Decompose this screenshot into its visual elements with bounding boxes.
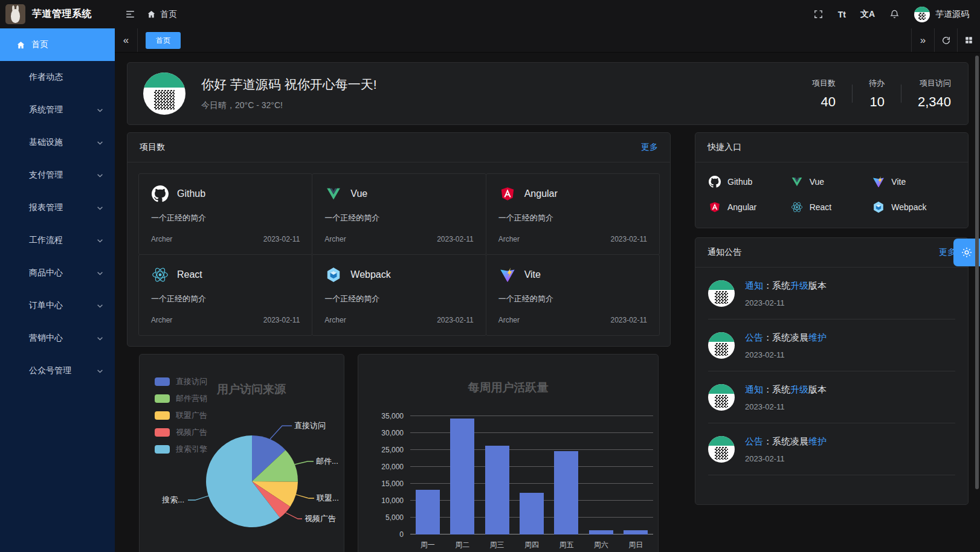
notice-keyword[interactable]: 升级 <box>790 280 808 290</box>
sidebar-item[interactable]: 公众号管理 <box>0 355 115 387</box>
project-footer: Archer2023-02-11 <box>324 235 473 243</box>
project-card[interactable]: Vite一个正经的简介Archer2023-02-11 <box>486 254 660 336</box>
notice-keyword[interactable]: 维护 <box>808 436 827 446</box>
fullscreen-icon[interactable] <box>813 9 824 19</box>
breadcrumb-label: 首页 <box>160 9 177 20</box>
tabs-menu-icon[interactable] <box>957 28 980 52</box>
notice-keyword[interactable]: 维护 <box>808 332 827 342</box>
bar-slot <box>445 416 479 534</box>
bar[interactable] <box>520 493 544 534</box>
project-card[interactable]: Webpack一个正经的简介Archer2023-02-11 <box>312 254 486 336</box>
project-card-header: React <box>151 266 300 284</box>
pie-chart-card: 用户访问来源 直接访问邮件营销联盟广告视频广告搜索引擎 直接访问邮件...联盟.… <box>139 354 344 552</box>
notice-texts: 通知：系统升级版本2023-02-11 <box>745 280 827 307</box>
sidebar-collapse-icon[interactable] <box>124 8 136 20</box>
notice-item[interactable]: 通知：系统升级版本2023-02-11 <box>708 371 955 423</box>
sidebar-item[interactable]: 报表管理 <box>0 191 115 224</box>
bar-chart-title: 每周用户活跃量 <box>358 380 658 396</box>
sidebar-item[interactable]: 工作流程 <box>0 224 115 257</box>
user-menu[interactable]: 芋道源码 <box>914 7 969 22</box>
project-card[interactable]: Github一个正经的简介Archer2023-02-11 <box>138 173 312 255</box>
bar[interactable] <box>624 530 648 534</box>
project-author: Archer <box>324 235 346 243</box>
project-footer: Archer2023-02-11 <box>498 235 647 243</box>
chevron-down-icon <box>96 367 104 375</box>
tabs-scroll-left-icon[interactable]: « <box>115 28 138 52</box>
notice-item[interactable]: 公告：系统凌晨维护2023-02-11 <box>708 319 955 371</box>
chevron-down-icon <box>96 237 104 245</box>
page-scrollbar[interactable] <box>975 56 979 489</box>
shortcut-link[interactable]: Webpack <box>872 201 955 213</box>
notice-keyword[interactable]: 公告 <box>745 332 763 342</box>
pie-slice-label: 直接访问 <box>294 420 326 431</box>
sidebar-item-label: 系统管理 <box>29 104 63 115</box>
bar-slot <box>514 416 549 534</box>
projects-more-link[interactable]: 更多 <box>641 142 658 153</box>
notice-keyword[interactable]: 升级 <box>790 384 808 394</box>
legend-item[interactable]: 搜索引擎 <box>155 444 207 455</box>
notice-keyword[interactable]: 通知 <box>745 280 763 290</box>
bell-icon[interactable] <box>889 9 900 19</box>
notice-keyword[interactable]: 通知 <box>745 384 763 394</box>
font-size-icon[interactable]: Tt <box>838 10 846 19</box>
logo-zone[interactable]: 芋道管理系统 <box>0 4 115 24</box>
sidebar-item[interactable]: 营销中心 <box>0 322 115 355</box>
project-card-header: Webpack <box>324 266 473 284</box>
sidebar-item[interactable]: 首页 <box>0 28 115 61</box>
bar-chart[interactable]: 05,00010,00015,00020,00025,00030,00035,0… <box>410 416 653 534</box>
right-column: 快捷入口 GithubVueViteAngularReactWebpack 通知… <box>695 132 969 505</box>
project-name: Angular <box>524 188 558 199</box>
notice-text: ：系统凌晨 <box>763 332 808 342</box>
notice-date: 2023-02-11 <box>745 454 827 463</box>
sidebar-item[interactable]: 支付管理 <box>0 159 115 191</box>
y-axis-tick: 10,000 <box>381 496 404 505</box>
bar[interactable] <box>416 490 440 534</box>
sidebar-item-label: 作者动态 <box>29 72 63 83</box>
project-date: 2023-02-11 <box>437 316 474 324</box>
project-name: Vite <box>524 269 541 280</box>
notice-keyword[interactable]: 公告 <box>745 436 763 446</box>
shortcut-link[interactable]: Vue <box>791 176 873 188</box>
notice-avatar <box>708 280 735 307</box>
shortcut-link[interactable]: Angular <box>709 201 791 213</box>
refresh-icon[interactable] <box>934 28 957 52</box>
shortcut-label: React <box>810 202 832 212</box>
pie-slice-label: 联盟... <box>317 493 339 504</box>
sidebar-item[interactable]: 系统管理 <box>0 94 115 126</box>
project-card[interactable]: Angular一个正经的简介Archer2023-02-11 <box>486 173 660 255</box>
legend-label: 联盟广告 <box>176 410 207 421</box>
legend-item[interactable]: 视频广告 <box>155 427 207 438</box>
shortcut-link[interactable]: Github <box>709 176 791 188</box>
notice-item[interactable]: 通知：系统升级版本2023-02-11 <box>708 268 955 319</box>
notice-item[interactable]: 公告：系统凌晨维护2023-02-11 <box>708 423 955 475</box>
tab-home[interactable]: 首页 <box>146 32 181 49</box>
sidebar-menu: 首页作者动态系统管理基础设施支付管理报表管理工作流程商品中心订单中心营销中心公众… <box>0 28 115 387</box>
legend-item[interactable]: 邮件营销 <box>155 393 207 404</box>
bar[interactable] <box>485 446 509 534</box>
legend-label: 视频广告 <box>176 427 207 438</box>
sidebar-item[interactable]: 订单中心 <box>0 289 115 322</box>
notice-title: 通知：系统升级版本 <box>745 280 827 292</box>
translate-icon[interactable]: 文A <box>860 9 875 20</box>
sidebar-item[interactable]: 商品中心 <box>0 257 115 289</box>
sidebar-item[interactable]: 作者动态 <box>0 61 115 94</box>
shortcut-link[interactable]: Vite <box>872 176 955 188</box>
legend-item[interactable]: 直接访问 <box>155 376 207 387</box>
shortcut-label: Vue <box>810 177 824 187</box>
breadcrumb[interactable]: 首页 <box>147 9 177 20</box>
bar[interactable] <box>450 419 474 534</box>
bar[interactable] <box>554 451 578 534</box>
sidebar-item[interactable]: 基础设施 <box>0 126 115 159</box>
projects-title: 项目数 <box>140 142 165 153</box>
tabs-scroll-right-icon[interactable]: » <box>911 28 934 52</box>
shortcut-link[interactable]: React <box>791 201 873 213</box>
vue-icon <box>791 176 803 188</box>
notice-date: 2023-02-11 <box>745 402 827 411</box>
project-card[interactable]: React一个正经的简介Archer2023-02-11 <box>138 254 312 336</box>
webpack-icon <box>872 201 885 213</box>
project-card[interactable]: Vue一个正经的简介Archer2023-02-11 <box>312 173 486 255</box>
notice-text: ：系统 <box>763 280 790 290</box>
legend-item[interactable]: 联盟广告 <box>155 410 207 421</box>
bar[interactable] <box>589 530 613 534</box>
notices-header: 通知公告 更多 <box>695 238 968 268</box>
